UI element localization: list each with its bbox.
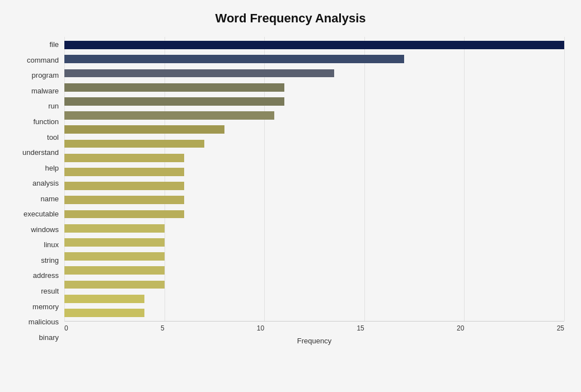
bar-row xyxy=(64,306,564,320)
x-tick: 10 xyxy=(257,324,264,332)
bar xyxy=(64,281,165,289)
bar xyxy=(64,168,184,176)
y-axis-labels: filecommandprogrammalwarerunfunctiontool… xyxy=(17,37,64,345)
bar-row xyxy=(64,249,564,263)
bar xyxy=(64,97,284,106)
y-label: binary xyxy=(39,334,59,341)
y-label: malicious xyxy=(29,318,59,325)
bar-row xyxy=(64,165,564,179)
y-label: run xyxy=(48,102,59,110)
y-label: name xyxy=(40,195,59,202)
bar xyxy=(64,83,284,92)
bar xyxy=(64,182,184,190)
bars-and-xaxis: 0510152025 Frequency xyxy=(64,37,564,345)
bar-row xyxy=(64,122,564,136)
bar-row xyxy=(64,52,564,66)
bar xyxy=(64,266,165,275)
bar-row xyxy=(64,193,564,207)
bar xyxy=(64,55,404,63)
y-label: program xyxy=(32,72,59,79)
y-label: malware xyxy=(31,87,59,95)
bar-row xyxy=(64,95,564,108)
y-label: result xyxy=(41,287,59,295)
bar xyxy=(64,252,165,261)
bar-row xyxy=(64,263,564,277)
x-tick: 25 xyxy=(557,324,564,332)
bar-row xyxy=(64,235,564,249)
bar-row xyxy=(64,66,564,80)
y-label: linux xyxy=(44,241,59,248)
y-label: string xyxy=(41,257,59,264)
bar xyxy=(64,295,144,303)
y-label: file xyxy=(49,41,59,48)
bar-row xyxy=(64,38,564,52)
bar-row xyxy=(64,81,564,95)
bar xyxy=(64,224,165,233)
grid-line xyxy=(564,37,565,321)
bar xyxy=(64,111,274,120)
bar xyxy=(64,154,184,162)
bar-row xyxy=(64,221,564,235)
chart-container: Word Frequency Analysis filecommandprogr… xyxy=(0,0,581,392)
bar-row xyxy=(64,136,564,150)
bar-row xyxy=(64,179,564,193)
y-label: memory xyxy=(32,303,59,310)
x-axis-label: Frequency xyxy=(64,337,564,345)
y-label: address xyxy=(33,272,59,279)
bars-wrapper xyxy=(64,37,564,321)
bar xyxy=(64,69,334,78)
chart-title: Word Frequency Analysis xyxy=(17,11,564,26)
bar xyxy=(64,125,224,134)
bar xyxy=(64,140,204,148)
bars-area xyxy=(64,37,564,321)
x-tick: 15 xyxy=(357,324,364,332)
x-tick: 5 xyxy=(161,324,165,332)
bar-row xyxy=(64,277,564,291)
y-label: tool xyxy=(47,134,59,141)
bar-row xyxy=(64,292,564,306)
y-label: analysis xyxy=(32,180,59,187)
x-tick: 0 xyxy=(64,324,68,332)
y-label: command xyxy=(27,56,59,64)
bar xyxy=(64,210,184,219)
bar xyxy=(64,309,144,317)
x-tick: 20 xyxy=(457,324,464,332)
y-label: understand xyxy=(22,149,59,156)
chart-area: filecommandprogrammalwarerunfunctiontool… xyxy=(17,37,564,345)
bar xyxy=(64,41,564,49)
y-label: windows xyxy=(31,226,59,233)
bar-row xyxy=(64,207,564,221)
y-label: help xyxy=(45,164,59,172)
bar xyxy=(64,238,165,247)
bar xyxy=(64,196,184,204)
bar-row xyxy=(64,108,564,122)
x-axis: 0510152025 xyxy=(64,321,564,332)
y-label: function xyxy=(33,118,59,125)
y-label: executable xyxy=(24,210,59,218)
bar-row xyxy=(64,151,564,165)
